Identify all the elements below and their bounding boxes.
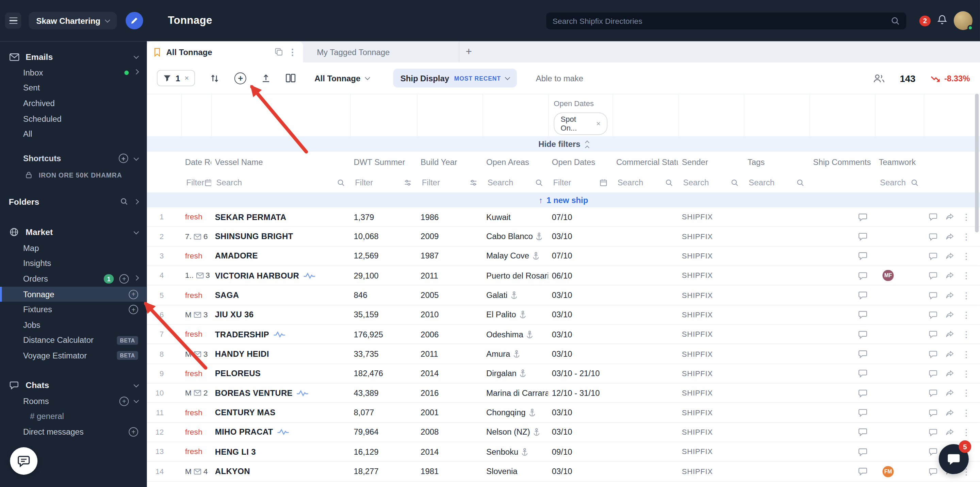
forward-icon[interactable] [945, 291, 955, 300]
comment-action-icon[interactable] [929, 408, 937, 417]
sidebar-section-folders[interactable]: Folders [0, 194, 147, 211]
compose-button[interactable] [125, 12, 143, 29]
comment-action-icon[interactable] [929, 330, 937, 339]
intercom-launcher[interactable]: 5 [939, 444, 969, 474]
chevron-down-icon[interactable] [134, 229, 139, 235]
filter-vessel-name[interactable]: Search [211, 178, 350, 187]
sidebar-item-rooms[interactable]: Rooms + [0, 393, 147, 409]
comment-action-icon[interactable] [929, 389, 937, 398]
table-row[interactable]: 4 1.. 3 VICTORIA HARBOUR 29,100 2011 Pue… [147, 266, 980, 286]
sidebar-item-sent[interactable]: Sent [0, 80, 147, 95]
add-fixture-button[interactable]: + [129, 305, 138, 314]
comment-bubble-icon[interactable] [858, 251, 868, 261]
table-row[interactable]: 13 fresh HENG LI 3 16,129 2014 Senboku 0… [147, 443, 980, 462]
filter-open-dates[interactable]: Filter [548, 178, 612, 187]
chevron-right-icon[interactable] [134, 199, 139, 205]
forward-icon[interactable] [945, 232, 955, 241]
header-teamwork[interactable]: Teamwork [875, 157, 924, 167]
row-menu-icon[interactable]: ⋮ [962, 291, 971, 300]
ship-display-selector[interactable]: Ship Display MOST RECENT [393, 69, 517, 87]
sidebar-item-map[interactable]: Map [0, 240, 147, 256]
vessel-name[interactable]: BOREAS VENTURE [215, 389, 293, 398]
forward-icon[interactable] [945, 271, 955, 280]
add-ship-button[interactable]: + [234, 72, 247, 84]
chevron-down-icon[interactable] [134, 54, 139, 59]
header-commercial-status[interactable]: Commercial Statu [612, 157, 678, 167]
chevron-down-icon[interactable] [134, 398, 139, 403]
sidebar-item-scheduled[interactable]: Scheduled [0, 111, 147, 127]
vessel-name[interactable]: AMADORE [215, 251, 258, 261]
vessel-name[interactable]: MIHO PRACAT [215, 427, 273, 437]
header-open-dates[interactable]: Open Dates [548, 157, 612, 167]
vessel-name[interactable]: TRADERSHIP [215, 330, 269, 339]
columns-view-button[interactable] [286, 74, 296, 82]
chevron-down-icon[interactable] [134, 382, 139, 387]
table-row[interactable]: 14 M 4 ALKYON 18,277 1981 Slovenia 03/10… [147, 462, 980, 482]
table-row[interactable]: 11 fresh CENTURY MAS 8,077 2001 Chongqin… [147, 403, 980, 423]
comment-bubble-icon[interactable] [858, 271, 868, 281]
row-menu-icon[interactable]: ⋮ [962, 252, 971, 260]
comment-bubble-icon[interactable] [858, 349, 868, 359]
row-menu-icon[interactable]: ⋮ [962, 213, 971, 221]
forward-icon[interactable] [945, 389, 955, 398]
row-menu-icon[interactable]: ⋮ [962, 311, 971, 319]
filter-open-areas[interactable]: Search [482, 178, 548, 187]
comment-bubble-icon[interactable] [858, 330, 868, 339]
comment-action-icon[interactable] [929, 252, 937, 260]
vertical-scrollbar[interactable] [975, 94, 978, 233]
row-menu-icon[interactable]: ⋮ [962, 330, 971, 339]
sidebar-item-tonnage[interactable]: Tonnage + [0, 287, 147, 302]
clear-filter-icon[interactable]: × [185, 74, 189, 82]
tab-menu-icon[interactable]: ⋮ [288, 48, 297, 56]
comment-bubble-icon[interactable] [858, 369, 868, 378]
remove-filter-icon[interactable]: × [596, 119, 601, 128]
forward-icon[interactable] [945, 369, 955, 378]
comment-action-icon[interactable] [929, 291, 937, 300]
vessel-name[interactable]: PELOREUS [215, 369, 261, 378]
vessel-name[interactable]: SHINSUNG BRIGHT [215, 232, 293, 241]
table-row[interactable]: 10 M 2 BOREAS VENTURE 43,389 2016 Marina… [147, 384, 980, 403]
comment-bubble-icon[interactable] [858, 232, 868, 241]
add-tonnage-button[interactable]: + [129, 289, 138, 299]
bell-icon[interactable] [937, 14, 947, 27]
forward-icon[interactable] [945, 311, 955, 319]
global-search[interactable] [546, 13, 906, 30]
vessel-name[interactable]: HENG LI 3 [215, 447, 256, 457]
header-date-received[interactable]: Date Re [181, 157, 211, 167]
support-chat-button[interactable] [10, 447, 37, 475]
teamwork-avatar[interactable]: MF [882, 270, 894, 281]
chevron-right-icon[interactable] [134, 69, 139, 75]
comment-action-icon[interactable] [929, 447, 937, 456]
sidebar-item-jobs[interactable]: Jobs [0, 317, 147, 333]
comment-action-icon[interactable] [929, 232, 937, 241]
row-menu-icon[interactable]: ⋮ [962, 428, 971, 437]
sidebar-item-room-general[interactable]: # general [0, 409, 147, 424]
table-row[interactable]: 3 fresh AMADORE 12,569 1987 Malay Cove 0… [147, 247, 980, 266]
table-row[interactable]: 9 fresh PELOREUS 182,476 2014 Dirgalan 0… [147, 364, 980, 384]
sidebar-item-voyage-estimator[interactable]: Voyage Estimator BETA [0, 348, 147, 363]
menu-icon[interactable] [5, 13, 21, 29]
shortcut-item[interactable]: IRON ORE 50K DHAMRA [0, 167, 147, 183]
workspace-switcher[interactable]: Skaw Chartering [29, 12, 116, 29]
hide-filters-button[interactable]: Hide filters [147, 136, 980, 152]
comment-action-icon[interactable] [929, 213, 937, 221]
spot-filter-chip[interactable]: Spot On... × [554, 113, 608, 135]
vessel-name[interactable]: SAGA [215, 290, 239, 300]
comment-action-icon[interactable] [929, 271, 937, 280]
row-menu-icon[interactable]: ⋮ [962, 389, 971, 398]
sidebar-section-shortcuts[interactable]: Shortcuts + [0, 151, 147, 167]
comment-bubble-icon[interactable] [858, 466, 868, 476]
forward-icon[interactable] [945, 330, 955, 339]
chevron-down-icon[interactable] [134, 155, 139, 161]
comment-action-icon[interactable] [929, 467, 937, 476]
header-dwt-summer[interactable]: DWT Summer [350, 157, 417, 167]
view-selector[interactable]: All Tonnage [314, 73, 369, 83]
export-button[interactable] [261, 73, 271, 83]
sidebar-section-chats[interactable]: Chats [0, 377, 147, 393]
comment-bubble-icon[interactable] [858, 389, 868, 398]
table-row[interactable]: 12 fresh MIHO PRACAT 79,964 2008 Nelson … [147, 423, 980, 443]
header-open-areas[interactable]: Open Areas [482, 157, 548, 167]
vessel-name[interactable]: SEKAR PERMATA [215, 212, 286, 222]
comment-bubble-icon[interactable] [858, 212, 868, 222]
vessel-name[interactable]: JIU XU 36 [215, 310, 253, 320]
